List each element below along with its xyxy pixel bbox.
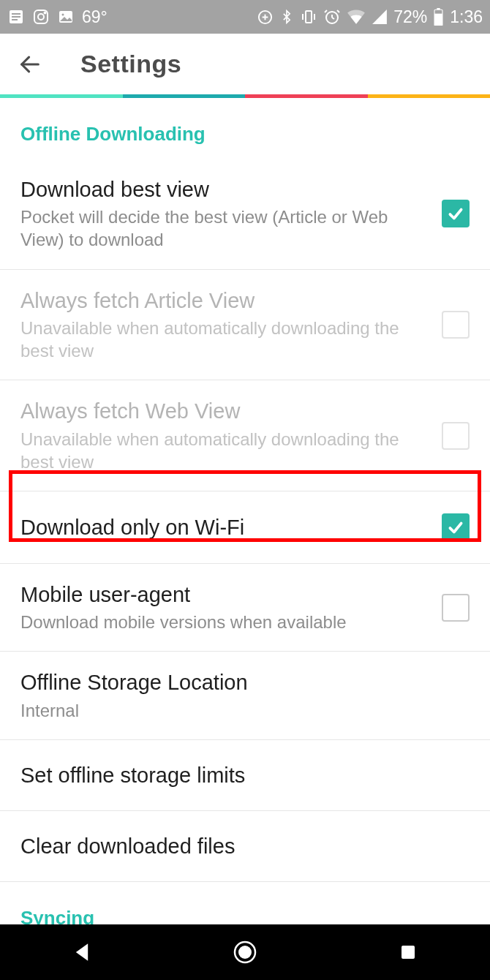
section-offline-downloading: Offline Downloading xyxy=(0,98,490,159)
svg-point-6 xyxy=(45,12,46,14)
svg-line-17 xyxy=(332,18,334,19)
svg-rect-26 xyxy=(402,946,415,959)
bluetooth-icon xyxy=(279,8,294,26)
update-icon xyxy=(257,9,274,26)
checkbox-download-best-view[interactable] xyxy=(442,200,470,227)
nav-back-button[interactable] xyxy=(53,934,111,970)
message-icon xyxy=(7,8,25,26)
svg-rect-1 xyxy=(12,13,20,15)
row-title: Always fetch Web View xyxy=(20,398,427,424)
system-nav-bar xyxy=(0,924,490,980)
row-always-article-view: Always fetch Article View Unavailable wh… xyxy=(0,270,490,381)
row-mobile-user-agent[interactable]: Mobile user-agent Download mobile versio… xyxy=(0,564,490,652)
row-always-web-view: Always fetch Web View Unavailable when a… xyxy=(0,380,490,491)
battery-icon xyxy=(433,8,444,26)
battery-text: 72% xyxy=(393,7,427,27)
temperature-text: 69° xyxy=(82,7,108,27)
row-download-wifi-only[interactable]: Download only on Wi-Fi xyxy=(0,491,490,564)
row-title: Mobile user-agent xyxy=(20,581,427,608)
checkbox-mobile-user-agent[interactable] xyxy=(442,594,470,622)
row-title: Clear downloaded files xyxy=(20,833,470,859)
clock-text: 1:36 xyxy=(450,7,483,27)
row-subtitle: Internal xyxy=(20,699,470,722)
svg-point-25 xyxy=(238,946,252,959)
svg-rect-12 xyxy=(306,11,312,23)
row-download-best-view[interactable]: Download best view Pocket will decide th… xyxy=(0,159,490,270)
row-subtitle: Download mobile versions when available xyxy=(20,611,427,633)
row-title: Download only on Wi-Fi xyxy=(20,514,427,540)
section-syncing: Syncing xyxy=(0,882,490,924)
alarm-icon xyxy=(323,8,341,26)
nav-home-button[interactable] xyxy=(216,934,274,970)
svg-rect-3 xyxy=(12,19,18,20)
checkbox-always-article-view xyxy=(442,311,470,339)
row-subtitle: Pocket will decide the best view (Articl… xyxy=(20,206,427,251)
vibrate-icon xyxy=(300,8,317,26)
row-title: Set offline storage limits xyxy=(20,762,470,788)
row-clear-downloaded-files[interactable]: Clear downloaded files xyxy=(0,811,490,882)
row-title: Offline Storage Location xyxy=(20,669,470,696)
row-subtitle: Unavailable when automatically downloadi… xyxy=(20,317,427,362)
wifi-icon xyxy=(347,9,366,25)
svg-point-5 xyxy=(38,14,44,20)
row-title: Download best view xyxy=(20,176,427,203)
svg-line-19 xyxy=(337,10,339,12)
settings-list[interactable]: Offline Downloading Download best view P… xyxy=(0,98,490,924)
page-title: Settings xyxy=(80,50,181,78)
svg-line-18 xyxy=(325,10,327,12)
back-button[interactable] xyxy=(18,52,42,77)
nav-recent-button[interactable] xyxy=(379,934,437,970)
row-set-storage-limits[interactable]: Set offline storage limits xyxy=(0,740,490,811)
row-subtitle: Unavailable when automatically downloadi… xyxy=(20,428,427,473)
image-icon xyxy=(57,8,75,26)
checkbox-wifi-only[interactable] xyxy=(442,513,470,541)
status-bar: 69° 72% 1:36 xyxy=(0,0,490,34)
row-title: Always fetch Article View xyxy=(20,287,427,314)
svg-point-8 xyxy=(62,14,64,16)
instagram-icon xyxy=(32,8,50,26)
svg-rect-22 xyxy=(434,14,442,26)
app-header: Settings xyxy=(0,34,490,94)
svg-rect-2 xyxy=(12,16,20,18)
row-offline-storage-location[interactable]: Offline Storage Location Internal xyxy=(0,652,490,739)
checkbox-always-web-view xyxy=(442,422,470,450)
signal-icon xyxy=(372,9,388,25)
